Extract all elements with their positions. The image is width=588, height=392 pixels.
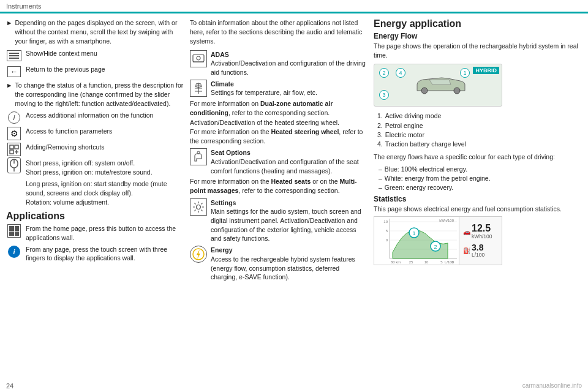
power-icon [7,157,21,173]
menu-line-2 [9,55,19,56]
svg-rect-2 [10,150,13,154]
item-label-1: Active driving mode [385,111,442,121]
energy-name: Energy [211,246,233,254]
info-blue-icon: i [8,246,20,258]
climate-desc: Settings for temperature, air flow, etc. [211,89,317,96]
numbered-item-2: 2. Petrol engine [377,121,582,130]
settings-desc: Main settings for the audio system, touc… [211,208,361,242]
grid-cell-3 [9,232,14,236]
dash-item-white: White: energy from the petrol engine. [379,174,582,183]
icon-row-gear: ⚙ Access to function parameters [6,127,184,140]
numbered-item-3: 3. Electric motor [377,130,582,140]
numbered-item-4: 4. Traction battery charge level [377,140,582,149]
svg-point-12 [197,205,201,209]
gear-icon-box: ⚙ [6,127,22,140]
icon-row-shortcut: Adding/Removing shortcuts [6,143,184,156]
climate-extra: For more information on Dual-zone automa… [190,99,368,146]
left-column: ► Depending on the pages displayed on th… [6,18,184,379]
page-title: Instruments [6,2,41,10]
seat-name: Seat Options [211,149,251,156]
svg-rect-8 [193,55,204,62]
item-num-2: 2. [377,121,383,130]
seat-row: Seat Options Activation/Deactivation and… [190,148,368,175]
svg-text:2: 2 [434,244,437,250]
svg-rect-1 [15,145,18,149]
mid-column: To obtain information about the other ap… [190,18,368,379]
energy-flow-desc: The page shows the operation of the rech… [374,42,582,60]
bullet-text-1: Depending on the pages displayed on the … [15,18,184,47]
mid-intro-text: To obtain information about the other ap… [190,18,368,47]
menu-icon [6,49,22,62]
svg-text:L/100: L/100 [445,260,454,264]
flow-colors-list: Blue: 100% electrical energy. White: ene… [379,165,582,193]
adas-desc: Activation/Deactivation and configuratio… [211,59,366,76]
hybrid-badge: HYBRID [473,67,499,74]
statistics-heading: Statistics [374,195,582,203]
svg-point-14 [421,88,428,94]
energy-label-4: 4 [396,68,405,78]
return-page-label: Return to the previous page [26,65,184,74]
item-label-2: Petrol engine [385,121,423,130]
applications-heading: Applications [6,211,184,222]
energy-app-heading: Energy application [374,18,582,29]
apps-grid-icon [7,224,21,238]
access-info-label: Access additional information on the fun… [26,111,184,120]
svg-text:1: 1 [412,230,415,236]
bullet-arrow-2: ► [6,81,12,90]
svg-text:10: 10 [424,260,429,264]
shortcuts-label: Adding/Removing shortcuts [26,143,184,152]
climate-name: Climate [211,80,234,88]
chart-l100-value: 3.8 [472,243,484,252]
chart-fuel-row: ⛽ 3.8 L/100 [463,243,498,258]
flow-colors-desc: The energy flows have a specific colour … [374,153,582,162]
seat-text: Seat Options Activation/Deactivation and… [211,148,368,175]
chart-ev-row: 🚗 12.5 kWh/100 [463,224,498,239]
svg-text:80 km: 80 km [391,260,401,264]
adas-row: ADAS Activation/Deactivation and configu… [190,50,368,77]
energy-flow-heading: Energy Flow [374,32,582,40]
icon-row-apps-wall: From the home page, press this button to… [6,224,184,242]
page-container: Instruments ► Depending on the pages dis… [0,0,588,392]
chart-l100-unit: L/100 [472,252,484,258]
apps-wall-icon-box [6,224,22,238]
climate-row: Climate Settings for temperature, air fl… [190,80,368,97]
apps-wall-label: From the home page, press this button to… [26,224,184,242]
car-fuel-icon: ⛽ [463,247,470,254]
info-blue-icon-box: i [6,245,22,258]
svg-point-15 [454,88,460,94]
energy-icon [190,246,207,263]
seat-icon [190,148,207,165]
energy-text: Energy Access to the rechargeable hybrid… [211,246,368,282]
menu-line-3 [9,58,19,59]
adas-text: ADAS Activation/Deactivation and configu… [211,50,368,77]
adas-name: ADAS [211,51,229,58]
settings-text: Settings Main settings for the audio sys… [211,198,368,243]
seat-extra: For more information on the Heated seats… [190,177,368,195]
function-params-label: Access to function parameters [26,127,184,136]
item-label-3: Electric motor [385,130,424,140]
item-num-4: 4. [377,140,383,149]
svg-text:10: 10 [383,220,388,224]
climate-text: Climate Settings for temperature, air fl… [211,80,368,97]
shortcut-icon-box [6,143,22,156]
main-content: ► Depending on the pages displayed on th… [0,13,588,381]
svg-text:5: 5 [440,260,443,264]
svg-rect-0 [10,145,13,149]
dash-item-green: Green: energy recovery. [379,183,582,192]
climate-icon [190,80,207,97]
icon-row-info: i Access additional information on the f… [6,111,184,124]
car-svg [411,74,472,98]
settings-name: Settings [211,199,236,206]
energy-label-2: 2 [379,68,389,78]
seat-desc: Activation/Deactivation and configuratio… [211,158,359,175]
svg-point-11 [197,151,200,154]
chart-kwh-value: 12.5 [472,224,492,233]
item-label-4: Traction battery charge level [385,140,466,149]
icon-row-back: ← Return to the previous page [6,65,184,78]
shortcut-icon [7,143,21,156]
power-extra-text: Long press, ignition on: start standby m… [26,179,184,208]
energy-flow-diagram: HYBRID 2 4 3 1 [374,64,502,107]
bullet-arrow-1: ► [6,18,12,28]
menu-line-1 [9,53,19,54]
energy-label-3: 3 [379,90,389,100]
